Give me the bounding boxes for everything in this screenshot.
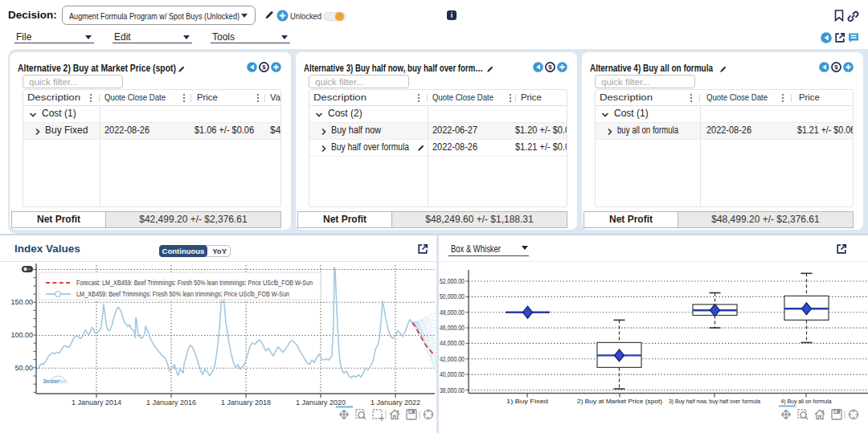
svg-text:Alternative 4) Buy all on form: Alternative 4) Buy all on formula — [590, 62, 714, 74]
svg-text:42,000.00: 42,000.00 — [440, 356, 465, 363]
svg-text:Cost (2): Cost (2) — [328, 108, 362, 119]
svg-text:Buy half now: Buy half now — [331, 125, 381, 136]
svg-text:38,000.00: 38,000.00 — [440, 387, 465, 394]
svg-text:4) Buy all on formula: 4) Buy all on formula — [781, 398, 833, 405]
svg-text:2022-08-26: 2022-08-26 — [706, 125, 751, 136]
svg-text:Cost (1): Cost (1) — [42, 108, 76, 119]
svg-text:52,000.00: 52,000.00 — [440, 278, 465, 285]
svg-text:1 January 2014: 1 January 2014 — [72, 398, 121, 406]
svg-text:buy all on formula: buy all on formula — [617, 125, 678, 136]
svg-text:Va: Va — [270, 92, 281, 102]
svg-text:46,000.00: 46,000.00 — [440, 325, 465, 332]
svg-text:$1.21 +/- $0.0: $1.21 +/- $0.0 — [515, 142, 567, 153]
svg-text:1 January 2020: 1 January 2020 — [296, 398, 346, 406]
svg-text:Price: Price — [521, 92, 542, 102]
svg-text:48,000.00: 48,000.00 — [440, 309, 465, 317]
svg-text:Box & Whisker: Box & Whisker — [451, 243, 501, 255]
svg-text:150.00: 150.00 — [10, 298, 33, 306]
svg-text:Buy half over formula: Buy half over formula — [331, 142, 409, 153]
svg-text:$4: $4 — [270, 125, 281, 136]
svg-text:Description: Description — [27, 92, 80, 102]
svg-text:2) Buy at Market Price (spot): 2) Buy at Market Price (spot) — [577, 398, 663, 405]
svg-text:2022-06-27: 2022-06-27 — [432, 125, 477, 136]
svg-text:Buy Fixed: Buy Fixed — [45, 125, 88, 136]
svg-text:$: $ — [834, 63, 838, 71]
svg-text:Alternative 2) Buy at Market P: Alternative 2) Buy at Market Price (spot… — [18, 62, 176, 74]
svg-text:50.00: 50.00 — [14, 364, 33, 372]
svg-text:2022-08-26: 2022-08-26 — [104, 125, 149, 136]
svg-text:Forecast: LM_XB459: Beef Trimm: Forecast: LM_XB459: Beef Trimmings: Fres… — [76, 279, 313, 287]
svg-text:Quote Close Date: Quote Close Date — [706, 92, 768, 102]
svg-text:3) Buy half now, buy half over: 3) Buy half now, buy half over formula — [669, 398, 761, 405]
svg-text:1 January 2018: 1 January 2018 — [221, 398, 271, 406]
svg-text:$1.06 +/- $0.06: $1.06 +/- $0.06 — [194, 125, 254, 136]
svg-text:$: $ — [262, 63, 266, 71]
svg-text:40,000.00: 40,000.00 — [440, 371, 465, 378]
svg-text:1 January 2016: 1 January 2016 — [146, 398, 196, 406]
svg-text:LM_XB459: Beef Trimmings: Fres: LM_XB459: Beef Trimmings: Fresh 50% lean… — [76, 290, 289, 298]
svg-text:1 January 2022: 1 January 2022 — [371, 398, 420, 406]
svg-text:Description: Description — [313, 92, 366, 102]
svg-text:Quote Close Date: Quote Close Date — [432, 92, 493, 102]
svg-text:Description: Description — [600, 92, 653, 102]
svg-text:1) Buy Fixed: 1) Buy Fixed — [506, 398, 548, 405]
svg-text:100.00: 100.00 — [10, 331, 33, 339]
svg-text:Cost (1): Cost (1) — [614, 108, 649, 119]
svg-text:Price: Price — [799, 92, 820, 102]
svg-text:2022-08-26: 2022-08-26 — [432, 142, 477, 153]
svg-text:DecisionNext: DecisionNext — [43, 378, 67, 384]
svg-text:Quote Close Date: Quote Close Date — [104, 92, 166, 102]
svg-text:Unlocked: Unlocked — [290, 11, 321, 21]
svg-text:$1.21 +/- $0.06: $1.21 +/- $0.06 — [797, 125, 854, 136]
svg-text:$: $ — [548, 63, 552, 71]
svg-text:Price: Price — [197, 92, 218, 102]
svg-text:$1.20 +/- $0.0: $1.20 +/- $0.0 — [515, 125, 567, 136]
svg-text:50,000.00: 50,000.00 — [440, 293, 465, 300]
svg-text:Augment Formula Program w/ Spo: Augment Formula Program w/ Spot Buys (Un… — [69, 11, 240, 21]
svg-text:Alternative 3) Buy half now, b: Alternative 3) Buy half now, buy half ov… — [304, 62, 483, 74]
svg-text:44,000.00: 44,000.00 — [440, 340, 465, 347]
